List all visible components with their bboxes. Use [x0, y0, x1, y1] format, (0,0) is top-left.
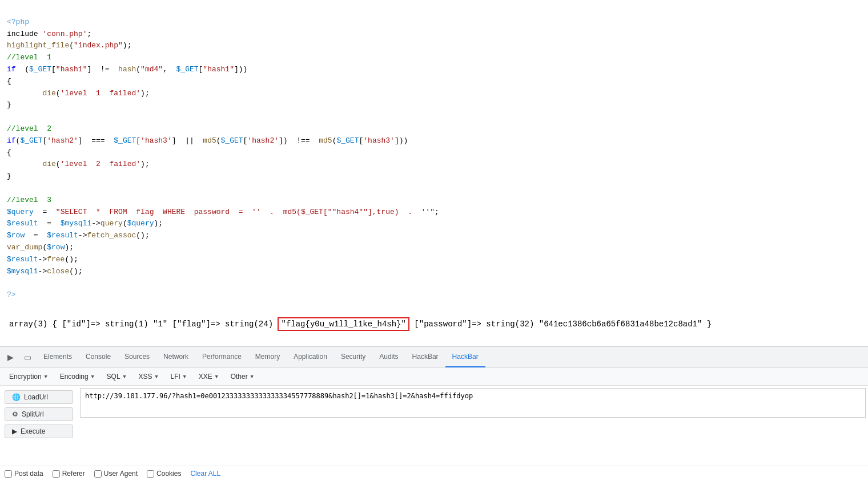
tab-hackbar-active[interactable]: HackBar [445, 347, 485, 367]
xss-dropdown[interactable]: XSS ▼ [134, 371, 164, 382]
code-line-if1: if ($_GET["hash1"] != hash("md4", $_GET[… [7, 65, 247, 74]
code-line-highlight: highlight_file("index.php"); [7, 41, 131, 50]
execute-button[interactable]: ▶ Execute [5, 425, 73, 438]
clear-all-button[interactable]: Clear ALL [190, 470, 220, 478]
hackbar-url-area [80, 388, 866, 463]
hackbar-content: 🌐 LoadUrl ⚙ SplitUrl ▶ Execute [0, 386, 868, 466]
cookies-checkbox[interactable] [147, 470, 154, 478]
code-line-row: $row = $result->fetch_assoc(); [7, 231, 150, 240]
code-die2: die('level 2 failed'); [7, 160, 150, 168]
encoding-dropdown-arrow: ▼ [90, 374, 95, 379]
code-brace1: { [7, 77, 11, 86]
tab-performance[interactable]: Performance [195, 347, 248, 367]
code-line-close: $mysqli->close(); [7, 267, 83, 276]
code-brace2: } [7, 100, 11, 109]
php-open-tag: <?php [7, 18, 29, 26]
lfi-dropdown[interactable]: LFI ▼ [166, 371, 191, 382]
tab-console[interactable]: Console [79, 347, 118, 367]
encryption-dropdown[interactable]: Encryption ▼ [5, 371, 53, 382]
code-brace3: { [7, 148, 11, 157]
php-close-tag: ?> [7, 290, 16, 299]
code-line-vardump: var_dump($row); [7, 243, 74, 252]
execute-icon: ▶ [12, 427, 17, 435]
hackbar-bottom-bar: Post data Referer User Agent Cookies Cle… [0, 466, 868, 481]
post-data-checkbox[interactable] [5, 470, 12, 478]
user-agent-checkbox[interactable] [94, 470, 102, 478]
flag-value: "flag{y0u_w1ll_l1ke_h4sh}" [278, 317, 409, 331]
devtools-panel: ▶ ▭ Elements Console Sources Network Per… [0, 346, 868, 481]
tab-elements[interactable]: Elements [37, 347, 79, 367]
cookies-checkbox-item[interactable]: Cookies [147, 470, 181, 478]
referer-checkbox[interactable] [53, 470, 60, 478]
tab-sources[interactable]: Sources [118, 347, 156, 367]
url-input[interactable] [80, 388, 866, 418]
output-line: array(3) { ["id"]=> string(1) "1" ["flag… [7, 313, 861, 333]
tab-hackbar-1[interactable]: HackBar [405, 347, 445, 367]
code-brace4: } [7, 172, 11, 180]
sql-dropdown[interactable]: SQL ▼ [102, 371, 132, 382]
tab-audits[interactable]: Audits [372, 347, 405, 367]
code-line-result: $result = $mysqli->query($query); [7, 219, 163, 228]
referer-checkbox-item[interactable]: Referer [53, 470, 85, 478]
encoding-dropdown[interactable]: Encoding ▼ [55, 371, 100, 382]
code-area: <?php include 'conn.php'; highlight_file… [0, 0, 868, 346]
split-url-icon: ⚙ [12, 410, 18, 418]
xxe-dropdown-arrow: ▼ [214, 374, 219, 379]
xxe-dropdown[interactable]: XXE ▼ [194, 371, 224, 382]
split-url-button[interactable]: ⚙ SplitUrl [5, 407, 73, 421]
code-die1: die('level 1 failed'); [7, 89, 150, 98]
other-dropdown-arrow: ▼ [250, 374, 255, 379]
code-line-if2: if($_GET['hash2'] === $_GET['hash3'] || … [7, 136, 408, 145]
encryption-dropdown-arrow: ▼ [43, 374, 49, 379]
lfi-dropdown-arrow: ▼ [182, 374, 187, 379]
tab-security[interactable]: Security [334, 347, 372, 367]
xss-dropdown-arrow: ▼ [154, 374, 159, 379]
load-url-icon: 🌐 [12, 393, 21, 401]
code-comment3: //level 3 [7, 196, 51, 204]
hackbar-toolbar: Encryption ▼ Encoding ▼ SQL ▼ XSS ▼ LFI … [0, 367, 868, 386]
code-comment2: //level 2 [7, 124, 51, 133]
other-dropdown[interactable]: Other ▼ [226, 371, 259, 382]
tab-application[interactable]: Application [287, 347, 334, 367]
code-comment1: //level 1 [7, 53, 51, 62]
load-url-button[interactable]: 🌐 LoadUrl [5, 390, 73, 404]
devtools-tabs-bar: ▶ ▭ Elements Console Sources Network Per… [0, 347, 868, 367]
devtools-device-icon[interactable]: ▭ [19, 349, 35, 365]
php-source: <?php include 'conn.php'; highlight_file… [7, 5, 861, 313]
user-agent-checkbox-item[interactable]: User Agent [94, 470, 138, 478]
post-data-checkbox-item[interactable]: Post data [5, 470, 43, 478]
tab-network[interactable]: Network [156, 347, 195, 367]
devtools-cursor-icon[interactable]: ▶ [2, 349, 18, 365]
code-line-include: include 'conn.php'; [7, 30, 91, 38]
code-line-free: $result->free(); [7, 255, 78, 264]
hackbar-action-buttons: 🌐 LoadUrl ⚙ SplitUrl ▶ Execute [2, 388, 77, 463]
sql-dropdown-arrow: ▼ [122, 374, 127, 379]
tab-memory[interactable]: Memory [248, 347, 287, 367]
code-line-query: $query = "SELECT * FROM flag WHERE passw… [7, 208, 439, 216]
